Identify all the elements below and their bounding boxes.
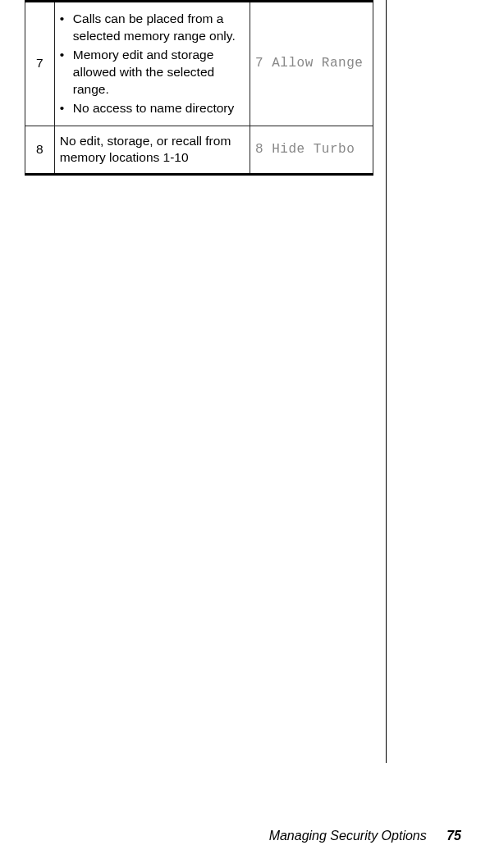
row-number: 8	[25, 126, 55, 175]
options-table: 7 Calls can be placed from a selected me…	[25, 0, 373, 176]
row-description: No edit, storage, or recall from memory …	[54, 126, 250, 175]
bullet-item: Calls can be placed from a selected memo…	[60, 11, 245, 45]
bullet-item: Memory edit and storage allowed with the…	[60, 47, 245, 98]
row-display-text: 8 Hide Turbo	[250, 126, 373, 175]
page-number: 75	[446, 829, 461, 843]
bullet-list: Calls can be placed from a selected memo…	[60, 11, 245, 117]
page-footer: Managing Security Options 75	[269, 829, 461, 843]
row-description: Calls can be placed from a selected memo…	[54, 2, 250, 126]
vertical-divider	[386, 0, 387, 763]
table-row: 8 No edit, storage, or recall from memor…	[25, 126, 373, 175]
row-number: 7	[25, 2, 55, 126]
row-display-text: 7 Allow Range	[250, 2, 373, 126]
bullet-item: No access to name directory	[60, 100, 245, 117]
content-area: 7 Calls can be placed from a selected me…	[25, 0, 373, 176]
table-row: 7 Calls can be placed from a selected me…	[25, 2, 373, 126]
page: 7 Calls can be placed from a selected me…	[0, 0, 490, 868]
footer-title: Managing Security Options	[269, 829, 427, 843]
